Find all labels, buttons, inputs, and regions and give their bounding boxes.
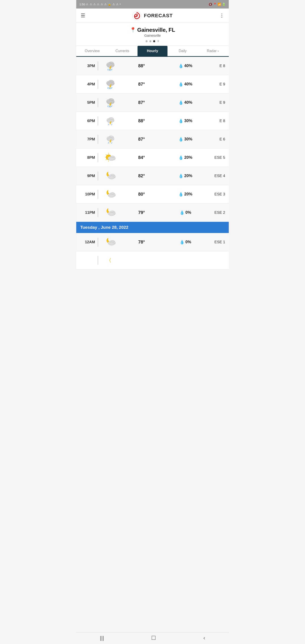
logo-area: FORECAST <box>85 11 219 20</box>
tab-currents[interactable]: Currents <box>107 46 138 56</box>
wifi-icon: 📶 <box>218 3 221 6</box>
hour-precipitation: 💧 40% <box>164 64 207 68</box>
list-item[interactable]: 11PM 79° 💧 0% ESE 2 <box>76 204 229 222</box>
svg-line-47 <box>106 154 107 155</box>
weather-icon <box>102 59 120 73</box>
weather-icon <box>102 236 120 249</box>
tab-radar[interactable]: Radar › <box>198 46 228 56</box>
hour-temperature: 88° <box>120 118 164 124</box>
hour-time: 3PM <box>80 64 98 68</box>
battery-icon: 🔋 <box>222 3 226 6</box>
hour-temperature: 80° <box>120 192 164 197</box>
add-location-button[interactable]: + <box>157 39 160 43</box>
precip-drop-icon: 💧 <box>178 82 183 87</box>
precip-value: 40% <box>184 100 192 105</box>
precip-drop-icon: 💧 <box>178 100 183 105</box>
mute-icon: 🔇 <box>209 3 212 6</box>
precip-drop-icon: 💧 <box>178 155 183 160</box>
location-name: 📍 Gainesville, FL <box>76 27 229 33</box>
hamburger-menu[interactable]: ☰ <box>81 13 85 18</box>
location-header: 📍 Gainesville, FL Gainesville + <box>76 23 229 46</box>
list-item[interactable]: 6PM 88° 💧 30% E 8 <box>76 112 229 130</box>
svg-point-1 <box>136 15 138 16</box>
tab-hourly[interactable]: Hourly <box>138 46 168 56</box>
tabs-bar: Overview Currents Hourly Daily Radar › <box>76 46 229 57</box>
precip-value: 40% <box>184 82 192 86</box>
list-item-partial <box>76 251 229 270</box>
list-item[interactable]: 9PM 82° 💧 20% ESE 4 <box>76 167 229 185</box>
hour-divider <box>98 238 98 247</box>
hour-wind: E 8 <box>207 119 225 123</box>
hour-temperature: 78° <box>120 240 164 245</box>
dot-3[interactable] <box>153 40 155 42</box>
hour-divider <box>98 135 98 144</box>
hour-precipitation: 💧 40% <box>164 82 207 87</box>
list-item[interactable]: 10PM 80° 💧 20% ESE 3 <box>76 185 229 204</box>
dot-1[interactable] <box>146 40 148 42</box>
weather-icon <box>102 132 120 146</box>
tab-overview[interactable]: Overview <box>77 46 107 56</box>
precip-drop-icon: 💧 <box>178 118 183 124</box>
svg-line-9 <box>110 69 111 70</box>
list-item[interactable]: 8PM 84° 💧 20% ESE 5 <box>76 148 229 167</box>
list-item[interactable]: 3PM 88° 💧 40% E 8 <box>76 57 229 75</box>
hour-wind: E 6 <box>207 137 225 142</box>
app-logo <box>132 11 142 20</box>
status-left: 1:50 ⚠ ⚠ ⚠ ⚠ ⚠ ⚠ 🔒 ⚠ ⚠ • <box>80 3 121 6</box>
tab-daily[interactable]: Daily <box>168 46 198 56</box>
hour-wind: E 9 <box>207 82 225 86</box>
location-sub: Gainesville <box>76 34 229 37</box>
dot-2[interactable] <box>149 40 152 42</box>
svg-line-18 <box>110 88 111 89</box>
more-menu-button[interactable]: ⋮ <box>219 13 224 18</box>
hour-time: 10PM <box>80 192 98 196</box>
hour-wind: ESE 2 <box>207 210 225 215</box>
hour-wind: ESE 4 <box>207 174 225 178</box>
hour-temperature: 87° <box>120 100 164 105</box>
precip-value: 0% <box>185 240 191 244</box>
hour-temperature: 79° <box>120 210 164 215</box>
svg-point-52 <box>109 157 114 160</box>
list-item[interactable]: 4PM 87° 💧 40% E 9 <box>76 75 229 94</box>
precip-drop-icon: 💧 <box>178 137 183 142</box>
hour-time: 12AM <box>80 240 98 244</box>
list-item[interactable]: 5PM 87° 💧 40% E 9 <box>76 94 229 112</box>
precip-drop-icon: 💧 <box>180 210 184 215</box>
hour-precipitation: 💧 0% <box>164 210 207 215</box>
hour-divider <box>98 172 98 180</box>
precip-value: 40% <box>184 64 192 68</box>
app-title: FORECAST <box>144 13 173 18</box>
hour-time: 9PM <box>80 174 98 178</box>
hour-wind: ESE 3 <box>207 192 225 196</box>
hour-divider <box>98 190 98 199</box>
precip-drop-icon: 💧 <box>178 192 183 197</box>
hourly-list: 3PM 88° 💧 40% E 8 4PM <box>76 57 229 270</box>
status-right: 🔇 📍 📶 🔋 <box>209 3 226 6</box>
list-item[interactable]: 7PM 87° 💧 30% E 6 <box>76 130 229 148</box>
svg-line-28 <box>112 106 112 107</box>
svg-line-7 <box>108 69 108 70</box>
top-nav: ☰ FORECAST ⋮ <box>76 8 229 23</box>
list-item[interactable]: 12AM 78° 💧 0% ESE 1 <box>76 233 229 251</box>
hour-time: 7PM <box>80 137 98 142</box>
weather-icon <box>102 254 120 267</box>
precip-value: 30% <box>184 137 192 142</box>
hour-divider <box>98 62 98 70</box>
hour-precipitation: 💧 30% <box>164 118 207 124</box>
hour-precipitation: 💧 20% <box>164 155 207 160</box>
hour-divider <box>98 80 98 89</box>
svg-point-56 <box>109 176 114 179</box>
day-banner: Tuesday , June 28, 2022 <box>76 222 229 233</box>
location-dots: + <box>76 39 229 44</box>
weather-icon <box>102 206 120 219</box>
hour-time: 4PM <box>80 82 98 86</box>
svg-line-35 <box>112 124 112 125</box>
status-time: 1:50 <box>80 3 85 6</box>
precip-drop-icon: 💧 <box>178 174 183 178</box>
hour-precipitation: 💧 30% <box>164 137 207 142</box>
warning-icons: ⚠ ⚠ ⚠ ⚠ ⚠ ⚠ 🔒 ⚠ ⚠ • <box>86 3 121 6</box>
precip-value: 0% <box>185 210 191 215</box>
hour-temperature: 87° <box>120 82 164 87</box>
hour-divider <box>98 256 98 265</box>
precip-value: 20% <box>184 192 192 196</box>
